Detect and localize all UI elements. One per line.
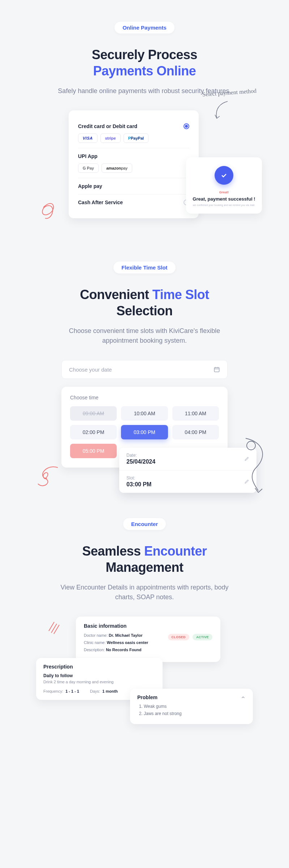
encounter-section: Encounter Seamless Encounter Management …	[0, 496, 289, 746]
scribble-icon	[47, 620, 65, 635]
payments-title: Securely Process Payments Online	[14, 47, 275, 79]
slot-0900[interactable]: 09:00 AM	[70, 406, 117, 421]
calendar-icon	[213, 366, 220, 373]
timeslot-subtitle: Choose convenient time slots with KiviCa…	[51, 326, 238, 346]
arrow-icon	[210, 100, 231, 125]
problem-card: Problem Weak gums Jaws are not strong	[130, 689, 253, 724]
confirm-slot-value: 03:00 PM	[126, 481, 151, 488]
slot-1500[interactable]: 03:00 PM	[121, 425, 168, 439]
amazonpay-icon: amazon pay	[102, 163, 132, 173]
prescription-desc: Drink 2 time a day morning and evening	[43, 680, 155, 684]
success-sub: we confirmed your booking and we remind …	[192, 204, 256, 206]
status-closed-pill: CLOSED	[168, 634, 189, 640]
prescription-heading: Prescription	[43, 664, 155, 670]
confirm-slot-row[interactable]: Slot: 03:00 PM	[119, 470, 256, 493]
radio-icon	[184, 123, 189, 129]
paypal-icon: P PayPal	[124, 133, 148, 143]
timeslot-card: Choose time 09:00 AM 10:00 AM 11:00 AM 0…	[61, 387, 228, 468]
confirm-slot-label: Slot:	[126, 475, 151, 481]
gpay-icon: G Pay	[78, 163, 99, 173]
problem-heading[interactable]: Problem	[137, 694, 246, 700]
problem-item: Weak gums	[144, 704, 246, 709]
visa-icon: VISA	[78, 133, 98, 143]
payments-section: Online Payments Securely Process Payment…	[0, 0, 289, 240]
slot-1400[interactable]: 02:00 PM	[70, 425, 117, 439]
status-active-pill: ACTIVE	[193, 634, 212, 640]
slot-1600[interactable]: 04:00 PM	[172, 425, 219, 439]
prescription-subheading: Daily to follow	[43, 673, 155, 678]
days: Days: 1 month	[90, 689, 118, 693]
pm-applepay[interactable]: Apple pay	[78, 178, 189, 194]
confirm-card: Date: 25/04/2024 Slot: 03:00 PM	[119, 448, 256, 493]
basic-info-card: Basic information Doctor name: Dr. Micha…	[76, 617, 220, 662]
pm-apple-label: Apple pay	[78, 183, 102, 189]
timeslot-title: Convenient Time Slot Selection	[14, 286, 275, 319]
encounter-badge: Encounter	[123, 518, 166, 530]
slot-1100[interactable]: 11:00 AM	[172, 406, 219, 421]
encounter-title: Seamless Encounter Management	[14, 543, 275, 575]
squiggle-icon	[36, 464, 65, 493]
doctor-line: Doctor name: Dr. Michael Taylor	[84, 633, 142, 637]
timeslot-section: Flexible Time Slot Convenient Time Slot …	[0, 240, 289, 496]
desc-line: Description: No Records Found	[84, 648, 212, 652]
stripe-icon: stripe	[100, 133, 121, 143]
date-placeholder: Choose your date	[69, 367, 112, 373]
slot-1700[interactable]: 05:00 PM	[70, 444, 117, 458]
svg-point-4	[247, 441, 255, 450]
confirm-date-value: 25/04/2024	[126, 459, 155, 465]
squiggle-icon	[40, 197, 61, 222]
payments-badge: Online Payments	[115, 22, 174, 34]
payment-methods-card: Credit card or Debit card VISA stripe P …	[69, 110, 199, 218]
choose-time-label: Choose time	[70, 395, 219, 400]
svg-rect-0	[214, 368, 219, 372]
encounter-subtitle: View Encounter Details in appointments w…	[51, 583, 238, 602]
check-icon	[215, 166, 233, 185]
chevron-up-icon	[241, 695, 246, 700]
pm-credit-card[interactable]: Credit card or Debit card VISA stripe P …	[78, 118, 189, 148]
payment-success-card: Great! Great, payment successful ! we co…	[186, 157, 262, 214]
confirm-date-row[interactable]: Date: 25/04/2024	[119, 448, 256, 470]
frequency: Frequency: 1 - 1 - 1	[43, 689, 79, 693]
pm-upi[interactable]: UPI App G Pay amazon pay	[78, 148, 189, 178]
arrow-icon	[238, 435, 271, 496]
success-title: Great, payment successful !	[192, 196, 256, 202]
pm-cash[interactable]: Cash After Service	[78, 194, 189, 210]
clinic-line: Clinic name: Wellness oasis center	[84, 640, 212, 645]
slot-1000[interactable]: 10:00 AM	[121, 406, 168, 421]
pm-cc-label: Credit card or Debit card	[78, 123, 137, 129]
basic-info-heading: Basic information	[84, 623, 212, 629]
success-tag: Great!	[192, 190, 256, 194]
confirm-date-label: Date:	[126, 453, 155, 458]
problem-item: Jaws are not strong	[144, 711, 246, 716]
date-input[interactable]: Choose your date	[61, 360, 228, 379]
pm-cash-label: Cash After Service	[78, 200, 123, 205]
pm-upi-label: UPI App	[78, 153, 98, 159]
timeslot-badge: Flexible Time Slot	[113, 262, 175, 273]
